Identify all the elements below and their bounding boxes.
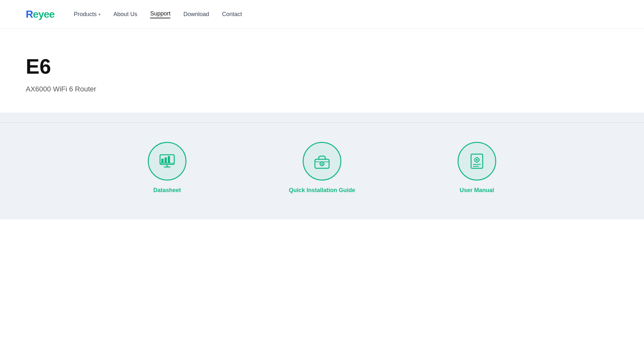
quick-guide-icon-circle	[303, 142, 341, 181]
downloads-grid: Datasheet	[97, 142, 547, 194]
logo-eyee: eyee	[33, 8, 54, 20]
download-item-datasheet[interactable]: Datasheet	[148, 142, 186, 194]
svg-line-15	[323, 165, 324, 165]
chart-icon	[157, 152, 177, 171]
nav-item-download[interactable]: Download	[183, 11, 209, 18]
main-nav: Products ▾ About Us Support Download Con…	[74, 10, 242, 18]
nav-item-products[interactable]: Products ▾	[74, 11, 100, 18]
nav-item-support[interactable]: Support	[150, 10, 170, 18]
page-title: E6	[26, 55, 618, 79]
svg-line-16	[320, 165, 320, 165]
nav-item-contact[interactable]: Contact	[222, 11, 242, 18]
downloads-section: Datasheet	[0, 123, 644, 219]
toolbox-icon	[312, 152, 332, 171]
svg-point-9	[321, 163, 323, 165]
download-item-user-manual[interactable]: User Manual	[458, 142, 496, 194]
svg-rect-3	[168, 156, 170, 163]
hero-subtitle: AX6000 WiFi 6 Router	[26, 85, 618, 93]
logo-r: R	[26, 8, 33, 20]
datasheet-icon-circle	[148, 142, 186, 181]
quick-guide-label: Quick Installation Guide	[289, 187, 355, 194]
user-manual-icon-circle	[458, 142, 496, 181]
download-item-quick-guide[interactable]: Quick Installation Guide	[289, 142, 355, 194]
tabs-section	[0, 113, 644, 123]
hero-section: E6 AX6000 WiFi 6 Router	[0, 29, 644, 113]
svg-rect-2	[165, 157, 167, 163]
header: Reyee Products ▾ About Us Support Downlo…	[0, 0, 644, 29]
nav-item-about-us[interactable]: About Us	[113, 11, 137, 18]
user-manual-label: User Manual	[459, 187, 494, 194]
manual-icon	[467, 152, 487, 171]
svg-point-21	[476, 159, 478, 161]
logo[interactable]: Reyee	[26, 8, 54, 20]
svg-rect-1	[161, 159, 164, 163]
chevron-down-icon: ▾	[99, 12, 100, 17]
bottom-section	[0, 219, 644, 258]
datasheet-label: Datasheet	[153, 187, 181, 194]
